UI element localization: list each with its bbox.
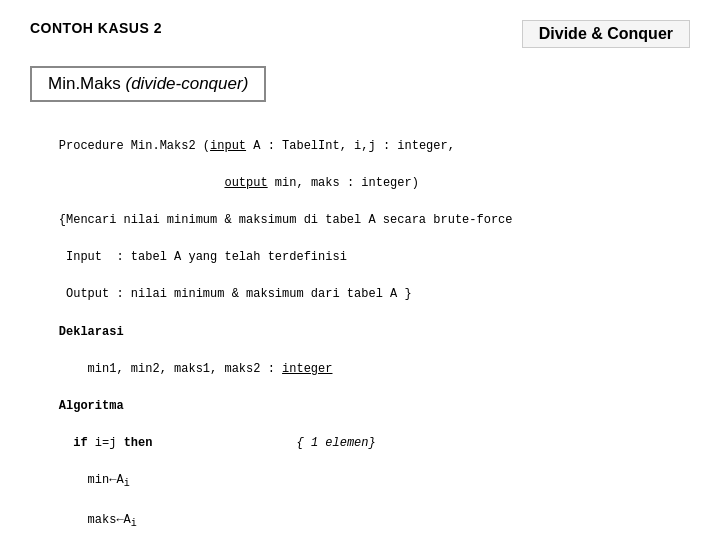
- keyword-output: output: [224, 176, 267, 190]
- subtitle-main: Min.Maks: [48, 74, 125, 93]
- code-line-1: Procedure Min.Maks2 (input A : TabelInt,…: [59, 139, 455, 153]
- code-block: Procedure Min.Maks2 (input A : TabelInt,…: [30, 118, 690, 540]
- page: CONTOH KASUS 2 Divide & Conquer Min.Maks…: [0, 0, 720, 540]
- type-integer: integer: [282, 362, 332, 376]
- keyword-algoritma: Algoritma: [59, 399, 124, 413]
- keyword-then-1: then: [124, 436, 153, 450]
- code-line-7: min1, min2, maks1, maks2 : integer: [59, 362, 333, 376]
- keyword-deklarasi: Deklarasi: [59, 325, 124, 339]
- subtitle-italic: (divide-conquer): [125, 74, 248, 93]
- code-line-5: Output : nilai minimum & maksimum dari t…: [59, 287, 412, 301]
- left-title: CONTOH KASUS 2: [30, 20, 162, 36]
- code-line-3: {Mencari nilai minimum & maksimum di tab…: [59, 213, 513, 227]
- code-line-9: if i=j then { 1 elemen}: [59, 436, 376, 450]
- code-line-10: min←Ai: [59, 473, 130, 487]
- header: CONTOH KASUS 2 Divide & Conquer: [30, 20, 690, 48]
- right-title: Divide & Conquer: [522, 20, 690, 48]
- comment-1: { 1 elemen}: [296, 436, 375, 450]
- subtitle-box: Min.Maks (divide-conquer): [30, 66, 266, 102]
- keyword-if-1: if: [73, 436, 87, 450]
- code-line-4: Input : tabel A yang telah terdefinisi: [59, 250, 347, 264]
- code-line-2: output min, maks : integer): [59, 176, 419, 190]
- keyword-input: input: [210, 139, 246, 153]
- subscript-i-2: i: [131, 518, 137, 529]
- subscript-i-1: i: [124, 479, 130, 490]
- code-line-11: maks←Ai: [59, 513, 137, 527]
